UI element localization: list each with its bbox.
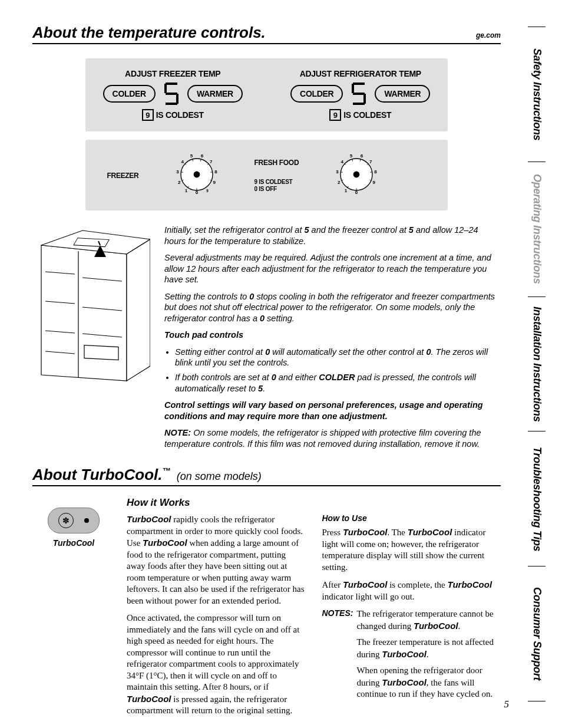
tab-installation[interactable]: Installation Instructions [528,297,546,432]
indicator-dot-icon [84,518,89,523]
main-content: About the temperature controls. ge.com A… [32,24,501,723]
dial-icon: 012 345 678 9 [330,148,383,201]
svg-text:9: 9 [206,189,209,193]
tab-label: Safety Instructions [531,48,543,140]
snowflake-icon: ✽ [58,513,74,528]
fridge-colder-button[interactable]: COLDER [290,85,343,103]
svg-text:7: 7 [369,159,372,164]
svg-text:2: 2 [178,180,181,185]
dial-control-panel: FREEZER 012 345 678 99 [85,140,448,210]
svg-text:3: 3 [176,169,179,174]
instructions-block: Initially, set the refrigerator control … [32,225,501,455]
svg-text:4: 4 [341,159,344,164]
svg-rect-63 [84,345,118,360]
turbocool-sub: (on some models) [177,470,262,483]
how-it-works-title: How it Works [127,497,306,509]
svg-text:5: 5 [190,153,193,159]
fridge-icon [32,225,150,384]
svg-text:2: 2 [338,180,340,185]
fridge-digital-group: ADJUST REFRIGERATOR TEMP COLDER [282,69,440,121]
freezer-dial[interactable]: 012 345 678 99 [170,148,223,203]
touch-li-1: Setting either control at 0 will automat… [175,347,501,368]
site-link: ge.com [476,31,501,39]
freezer-dial-label: FREEZER [107,172,139,180]
freezer-warmer-button[interactable]: WARMER [187,85,243,103]
tm-mark: ™ [162,467,170,476]
fresh-food-dial[interactable]: 012 345 678 9 [330,148,383,203]
digital-control-panel: ADJUST FREEZER TEMP COLDER [85,58,448,131]
tab-label: Troubleshooting Tips [531,447,543,551]
svg-text:1: 1 [184,188,187,193]
p1a: Initially, set the refrigerator control … [164,225,304,235]
tab-label: Operating Instructions [531,174,543,284]
fresh-food-dial-label: FRESH FOOD [254,159,299,167]
p3a: Setting the controls to [164,292,249,301]
svg-text:0: 0 [195,190,198,195]
svg-text:1: 1 [345,188,348,193]
v5a: 5 [304,225,309,235]
svg-text:6: 6 [361,153,363,159]
v5b: 5 [409,225,414,235]
svg-text:6: 6 [200,153,203,159]
fridge-title: ADJUST REFRIGERATOR TEMP [282,69,440,78]
svg-text:8: 8 [214,169,217,174]
vary-note: Control settings will vary based on pers… [164,400,501,421]
freezer-foot: IS COLDEST [156,110,204,120]
svg-text:0: 0 [355,190,358,195]
segment-5-icon [351,82,367,106]
notes-block: NOTES: The refrigerator temperature cann… [322,608,501,705]
svg-text:9: 9 [373,180,376,185]
svg-text:9: 9 [213,180,216,185]
tab-operating[interactable]: Operating Instructions [528,162,546,297]
turbocool-button-graphic: ✽ [48,508,100,533]
svg-text:7: 7 [210,159,213,164]
turbocool-badge: ✽ TurboCool [32,497,115,723]
nine-box: 9 [329,109,341,121]
p2: Several adjustments may be required. Adj… [164,252,501,285]
v0b: 0 [260,314,265,323]
turbocool-title-row: About TurboCool.™ (on some models) [32,466,501,486]
dial-icon: 012 345 678 99 [170,148,223,201]
svg-point-11 [193,172,200,178]
svg-text:8: 8 [374,169,377,174]
p3c: setting. [265,314,295,323]
svg-point-34 [353,172,360,178]
freezer-title: ADJUST FREEZER TEMP [94,69,252,78]
tab-consumer[interactable]: Consumer Support [528,566,546,701]
side-tabs: Safety Instructions Operating Instructio… [528,27,546,701]
svg-text:3: 3 [336,169,339,174]
fridge-warmer-button[interactable]: WARMER [375,85,430,103]
how-to-use-title: How to Use [322,513,501,523]
note-label: NOTE: [164,428,191,437]
how-it-works-col: How it Works TurboCool rapidly cools the… [127,497,306,723]
freezer-colder-button[interactable]: COLDER [103,85,156,103]
tab-label: Consumer Support [531,587,543,680]
turbocool-body: ✽ TurboCool How it Works TurboCool rapid… [32,497,501,723]
svg-text:5: 5 [350,153,353,159]
turbocool-title: About TurboCool.™ [32,466,171,484]
how-to-use-col: How to Use Press TurboCool. The TurboCoo… [322,497,501,723]
note-text: On some models, the refrigerator is ship… [164,428,481,449]
fridge-display [349,82,369,106]
fridge-foot: IS COLDEST [343,110,391,120]
nine-box: 9 [142,109,154,121]
instructions-text: Initially, set the refrigerator control … [164,225,501,455]
page: Safety Instructions Operating Instructio… [0,0,562,728]
notes-label: NOTES: [322,608,353,705]
tab-safety[interactable]: Safety Instructions [528,27,546,162]
turbocool-badge-label: TurboCool [32,538,115,548]
page-title: About the temperature controls. [32,24,266,42]
touch-pad-title: Touch pad controls [164,330,501,341]
tab-troubleshooting[interactable]: Troubleshooting Tips [528,431,546,566]
p1b: and the freezer control at [309,225,409,235]
dial-note-coldest: 9 IS COLDEST [254,179,299,186]
svg-rect-64 [74,238,109,247]
section-title-row: About the temperature controls. ge.com [32,24,501,44]
segment-5-icon [163,82,180,106]
freezer-digital-group: ADJUST FREEZER TEMP COLDER [94,69,252,121]
tab-label: Installation Instructions [531,307,543,422]
page-number: 5 [504,699,510,710]
refrigerator-illustration [32,225,150,455]
freezer-display [161,82,181,106]
svg-text:4: 4 [181,159,184,164]
